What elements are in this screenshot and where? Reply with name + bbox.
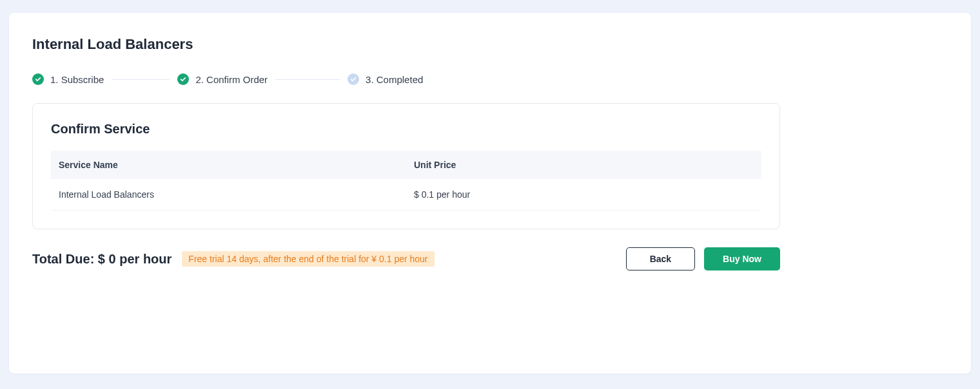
- check-circle-icon: [177, 73, 189, 85]
- cell-service-name: Internal Load Balancers: [51, 179, 406, 211]
- step-label: 2. Confirm Order: [195, 74, 268, 85]
- col-service-name: Service Name: [51, 151, 406, 179]
- panel-title: Confirm Service: [51, 122, 761, 137]
- trial-note: Free trial 14 days, after the end of the…: [182, 251, 434, 267]
- total-due: Total Due: $ 0 per hour: [32, 252, 172, 267]
- footer-left: Total Due: $ 0 per hour Free trial 14 da…: [32, 251, 435, 267]
- step-label: 3. Completed: [366, 74, 423, 85]
- step-label: 1. Subscribe: [50, 74, 104, 85]
- footer-buttons: Back Buy Now: [626, 247, 780, 270]
- step-connector: [275, 79, 340, 80]
- step-confirm-order: 2. Confirm Order: [177, 73, 268, 85]
- step-completed: 3. Completed: [348, 73, 423, 85]
- check-circle-icon: [348, 73, 359, 85]
- step-connector: [112, 79, 170, 80]
- progress-steps: 1. Subscribe 2. Confirm Order 3. Complet…: [32, 73, 948, 85]
- table-row: Internal Load Balancers $ 0.1 per hour: [51, 179, 761, 211]
- confirm-service-panel: Confirm Service Service Name Unit Price …: [32, 103, 780, 229]
- footer-row: Total Due: $ 0 per hour Free trial 14 da…: [32, 247, 780, 270]
- page-title: Internal Load Balancers: [32, 36, 948, 53]
- col-unit-price: Unit Price: [406, 151, 761, 179]
- buy-now-button[interactable]: Buy Now: [704, 247, 780, 270]
- back-button[interactable]: Back: [626, 247, 695, 270]
- main-card: Internal Load Balancers 1. Subscribe 2. …: [9, 13, 971, 374]
- check-circle-icon: [32, 73, 44, 85]
- cell-unit-price: $ 0.1 per hour: [406, 179, 761, 211]
- service-table: Service Name Unit Price Internal Load Ba…: [51, 151, 761, 211]
- step-subscribe: 1. Subscribe: [32, 73, 104, 85]
